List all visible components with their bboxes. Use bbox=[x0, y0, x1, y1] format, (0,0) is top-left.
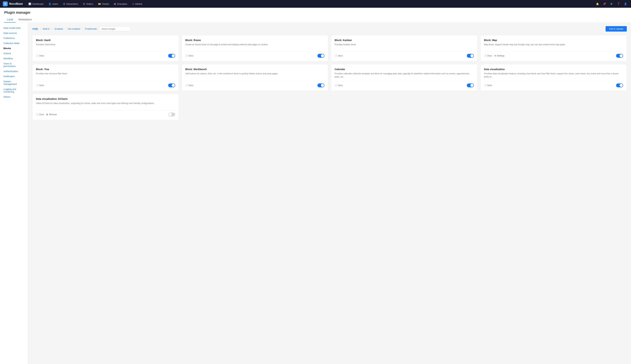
docs-link-workbench[interactable]: 📄 Docs bbox=[185, 84, 194, 86]
add-update-button[interactable]: Add & Update bbox=[606, 26, 627, 32]
sidebar-item-authentication[interactable]: Authentication bbox=[0, 69, 28, 74]
doc-icon: 📄 bbox=[334, 84, 337, 86]
plugin-footer-map: 📄 Docs ⚙ Settings bbox=[484, 52, 623, 58]
filter-bar: All(9) | Built-in | Enabled | Not enable… bbox=[32, 26, 627, 32]
sidebar-item-notification[interactable]: Notification bbox=[0, 74, 28, 79]
pin-icon[interactable]: 📌 bbox=[602, 1, 607, 7]
plugin-card-gantt: Block: Gantt Provides Gantt block. 📄 Doc… bbox=[32, 35, 179, 61]
doc-icon: 📄 bbox=[36, 113, 38, 116]
main-content: Data model tools Data sources Collection… bbox=[0, 22, 631, 364]
plugin-footer-kanban: 📄 Docs bbox=[334, 52, 474, 58]
github-icon: ⬡ bbox=[132, 3, 134, 5]
plugin-desc-echarts: Utilize ECharts for data visualization, … bbox=[36, 102, 175, 108]
plugin-card-calendar: Calendar Provides callendar collection t… bbox=[331, 64, 478, 91]
docs-link-kanban[interactable]: 📄 Docs bbox=[334, 54, 343, 57]
trash-icon: 🗑 bbox=[46, 113, 48, 116]
logo-text: NocoBase bbox=[9, 2, 23, 6]
settings-icon-map: ⚙ bbox=[494, 54, 496, 57]
sidebar-item-others[interactable]: Others bbox=[0, 94, 28, 100]
plugin-desc-gantt: Provides Gantt block. bbox=[36, 43, 175, 49]
doc-icon: 📄 bbox=[334, 54, 337, 57]
user-icon: 👤 bbox=[48, 3, 51, 5]
table-icon: ☰ bbox=[63, 3, 65, 5]
plugin-footer-workbench: 📄 Docs bbox=[185, 81, 324, 87]
doc-icon: 📄 bbox=[185, 54, 188, 57]
nav-dashboard[interactable]: 📊 Dashboard bbox=[26, 0, 46, 8]
account-icon[interactable]: 👤 bbox=[622, 1, 628, 7]
docs-link-gantt[interactable]: 📄 Docs bbox=[36, 54, 44, 57]
sidebar-item-data-sources[interactable]: Data sources bbox=[0, 30, 28, 36]
plugin-desc-calendar: Provides callendar collection template a… bbox=[334, 72, 474, 78]
toggle-dataviz[interactable] bbox=[616, 84, 623, 87]
nav-tickets[interactable]: 🎫 Tickets bbox=[96, 0, 111, 8]
filter-problematic[interactable]: Problematic bbox=[85, 27, 97, 30]
filter-builtin[interactable]: Built-in bbox=[43, 27, 50, 30]
plugin-area: All(9) | Built-in | Enabled | Not enable… bbox=[28, 22, 631, 364]
search-input[interactable] bbox=[99, 26, 131, 31]
logo[interactable]: N NocoBase bbox=[3, 2, 23, 6]
page-header: Plugin manager Local Marketplace bbox=[0, 8, 631, 22]
sidebar-item-actions[interactable]: Actions bbox=[0, 51, 28, 56]
doc-icon: 📄 bbox=[36, 54, 38, 57]
plugin-desc-dataviz: Provides data visualization feature, inc… bbox=[484, 72, 623, 78]
nav-users[interactable]: 👤 Users bbox=[46, 0, 60, 8]
chart-icon: 📊 bbox=[28, 3, 31, 5]
nav-github[interactable]: ⬡ GitHub bbox=[130, 0, 144, 8]
doc-icon: 📄 bbox=[185, 84, 188, 86]
plugin-card-iframe: Block: iframe Create an iframe block on … bbox=[182, 35, 328, 61]
plugin-desc-workbench: Add buttons for actions, links, etc. in … bbox=[185, 72, 324, 78]
ticket-icon: 🎫 bbox=[98, 3, 101, 5]
sidebar-item-users-permissions[interactable]: Users & permissions bbox=[0, 61, 28, 69]
remove-link-echarts[interactable]: 🗑 Remove bbox=[46, 113, 57, 116]
toggle-workbench[interactable] bbox=[318, 84, 324, 87]
tab-local[interactable]: Local bbox=[4, 17, 16, 22]
plugin-footer-echarts: 📄 Docs 🗑 Remove bbox=[36, 110, 175, 116]
toggle-gantt[interactable] bbox=[168, 54, 175, 58]
docs-link-iframe[interactable]: 📄 Docs bbox=[185, 54, 194, 57]
nav-examples[interactable]: 🏛 Examples bbox=[112, 0, 129, 8]
toggle-echarts[interactable] bbox=[168, 112, 175, 116]
plugin-footer-calendar: 📄 Docs bbox=[334, 81, 474, 87]
tab-marketplace[interactable]: Marketplace bbox=[16, 17, 34, 22]
help-icon[interactable]: ❓ bbox=[616, 1, 621, 7]
sidebar-item-collection-fields[interactable]: Collection fields bbox=[0, 41, 28, 46]
sidebar-item-data-model-tools[interactable]: Data model tools bbox=[0, 26, 28, 30]
toggle-tree[interactable] bbox=[168, 84, 175, 87]
topnav-actions: 🔔 📌 ⚙ ❓ 👤 bbox=[594, 1, 628, 7]
toggle-map[interactable] bbox=[616, 54, 623, 58]
toggle-iframe[interactable] bbox=[318, 54, 324, 58]
plugin-card-dataviz: Data visualization Provides data visuali… bbox=[480, 64, 627, 91]
docs-link-tree[interactable]: 📄 Docs bbox=[36, 84, 44, 86]
filter-not-enabled[interactable]: Not enabled bbox=[68, 27, 80, 30]
logo-icon: N bbox=[3, 2, 8, 6]
settings-icon[interactable]: ⚙ bbox=[608, 1, 614, 7]
sidebar: Data model tools Data sources Collection… bbox=[0, 22, 28, 364]
page-title: Plugin manager bbox=[4, 10, 627, 14]
toggle-calendar[interactable] bbox=[467, 84, 474, 87]
filter-enabled[interactable]: Enabled bbox=[55, 27, 63, 30]
sidebar-item-system-management[interactable]: System management bbox=[0, 79, 28, 86]
sidebar-item-blocks[interactable]: Blocks bbox=[0, 46, 28, 51]
plugin-title-dataviz: Data visualization bbox=[484, 68, 623, 71]
docs-link-map[interactable]: 📄 Docs bbox=[484, 54, 492, 57]
docs-link-dataviz[interactable]: 📄 Docs bbox=[484, 84, 492, 86]
toggle-kanban[interactable] bbox=[467, 54, 474, 58]
plugin-title-kanban: Block: Kanban bbox=[334, 39, 474, 42]
docs-link-echarts[interactable]: 📄 Docs bbox=[36, 113, 44, 116]
plugin-grid: Block: Gantt Provides Gantt block. 📄 Doc… bbox=[32, 35, 627, 120]
sidebar-item-workflow[interactable]: Workflow bbox=[0, 56, 28, 61]
settings-link-map[interactable]: ⚙ Settings bbox=[494, 54, 504, 57]
docs-link-calendar[interactable]: 📄 Docs bbox=[334, 84, 343, 86]
page-wrapper: Plugin manager Local Marketplace Data mo… bbox=[0, 8, 631, 364]
page-tabs: Local Marketplace bbox=[4, 17, 627, 22]
plugin-title-gantt: Block: Gantt bbox=[36, 39, 175, 42]
plugin-card-workbench: Block: Workbench Add buttons for actions… bbox=[182, 64, 328, 91]
nav-interactions[interactable]: ☰ Interactions bbox=[61, 0, 80, 8]
notification-icon[interactable]: 🔔 bbox=[594, 1, 600, 7]
plugin-card-echarts: Data visualization: ECharts Utilize ECha… bbox=[32, 94, 179, 120]
sidebar-item-collections[interactable]: Collections bbox=[0, 36, 28, 41]
filter-all[interactable]: All(9) bbox=[32, 27, 38, 30]
sidebar-item-logging[interactable]: Logging and monitoring bbox=[0, 86, 28, 94]
nav-orders[interactable]: ☰ Orders bbox=[81, 0, 95, 8]
plugin-title-tree: Block: Tree bbox=[36, 68, 175, 71]
